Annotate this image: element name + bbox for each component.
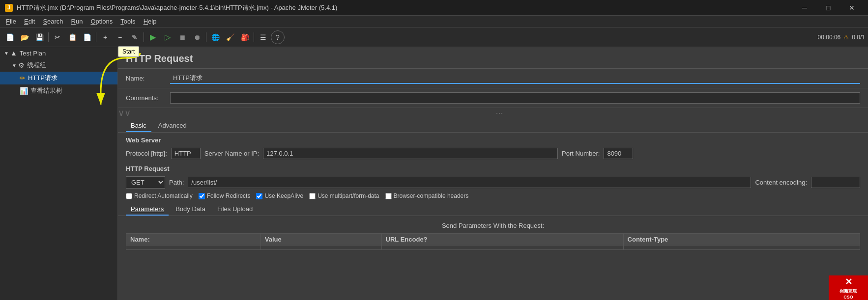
server-name-input[interactable] [263,148,558,159]
send-params-label: Send Parameters With the Request: [126,220,860,231]
collapse-icon: ∨∨ [118,108,131,118]
tab-basic[interactable]: Basic [126,120,151,132]
content-encoding-input[interactable] [811,177,860,188]
list-button[interactable]: ☰ [256,30,270,44]
menu-search[interactable]: Search [39,17,67,26]
watermark-icon: ✕ [845,276,852,287]
new-button[interactable]: 📄 [3,30,17,44]
thread-group-icon: ⚙ [18,61,25,69]
keepalive-label: Use KeepAlive [264,192,303,199]
http-request-title: HTTP Request [118,161,868,174]
menu-help[interactable]: Help [140,17,161,26]
paste-button[interactable]: 📄 [80,30,94,44]
browser-headers-checkbox[interactable] [385,193,392,199]
broom-button[interactable]: 🧹 [223,30,237,44]
name-label: Name: [126,75,170,82]
multipart-checkbox[interactable] [309,193,316,199]
watermark-line1: 创新互联 [839,288,857,295]
table-row [126,245,860,250]
sub-tab-parameters[interactable]: Parameters [126,203,169,216]
path-input[interactable] [188,177,751,188]
checkbox-keepalive[interactable]: Use KeepAlive [256,192,303,199]
keepalive-checkbox[interactable] [256,193,262,199]
start-no-pause-button[interactable]: ▷ [161,30,174,44]
warning-count: 0 0/1 [852,34,865,41]
name-row: Name: [118,69,868,88]
stop-button[interactable]: ⏹ [175,30,189,44]
web-server-title: Web Server [118,133,868,146]
col-value: Value [260,234,381,245]
sidebar-label-thread-group: 线程组 [27,61,46,70]
follow-redirects-label: Follow Redirects [207,192,251,199]
checkbox-redirect-auto[interactable]: Redirect Automatically [126,192,193,199]
checkbox-follow-redirects[interactable]: Follow Redirects [199,192,251,199]
server-label: Server Name or IP: [204,150,259,157]
minimize-button[interactable]: ─ [793,0,816,16]
open-button[interactable]: 📂 [18,30,31,44]
menu-file[interactable]: File [2,17,20,26]
follow-redirects-checkbox[interactable] [199,193,205,199]
window-title: HTTP请求.jmx (D:\Program Files\Programs\Ja… [17,3,793,12]
menu-run[interactable]: Run [67,17,87,26]
save-button[interactable]: 💾 [32,30,46,44]
edit-button[interactable]: ✎ [128,30,142,44]
port-label: Port Number: [562,150,600,157]
tab-advanced[interactable]: Advanced [153,120,192,132]
help-button[interactable]: ? [271,30,285,44]
circle-button[interactable]: ⏺ [190,30,204,44]
toolbar-separator-4 [206,32,206,42]
cell-value [260,245,381,250]
comments-label: Comments: [126,94,170,102]
redirect-auto-checkbox[interactable] [126,193,132,199]
title-bar: J HTTP请求.jmx (D:\Program Files\Programs\… [0,0,868,16]
template-button[interactable]: 🎒 [238,30,252,44]
protocol-input[interactable] [171,148,201,159]
method-select[interactable]: GET POST PUT DELETE PATCH [126,176,165,189]
multipart-label: Use multipart/form-data [318,192,379,199]
sub-tab-files-upload[interactable]: Files Upload [212,203,258,216]
sidebar-label-http-request: HTTP请求 [28,74,58,82]
warning-icon: ⚠ [843,34,849,41]
checkbox-multipart[interactable]: Use multipart/form-data [309,192,379,199]
content-area: HTTP Request Name: Comments: ∨∨ ··· Basi… [118,47,868,300]
menu-tools[interactable]: Tools [116,17,139,26]
comments-input[interactable] [170,92,860,104]
panel-header: HTTP Request [118,47,868,69]
redirect-auto-label: Redirect Automatically [134,192,193,199]
sub-tabs: Parameters Body Data Files Upload [118,201,868,216]
menu-edit[interactable]: Edit [20,17,39,26]
start-button[interactable]: ▶ [146,30,160,44]
panel-divider: ∨∨ ··· [118,108,868,118]
main-tabs: Basic Advanced [118,118,868,133]
sidebar-label-result-tree: 查看结果树 [30,86,62,95]
add-button[interactable]: + [98,30,112,44]
menu-bar: File Edit Search Run Options Tools Help [0,16,868,27]
copy-button[interactable]: 📋 [65,30,79,44]
parameters-section: Send Parameters With the Request: Name: … [118,216,868,254]
path-label: Path: [169,179,184,186]
sidebar-item-test-plan[interactable]: ▼ ▲ Test Plan [0,47,117,59]
start-tooltip: Start [118,46,139,57]
port-input[interactable] [604,148,633,159]
name-input[interactable] [170,73,860,84]
remove-button[interactable]: − [113,30,127,44]
maximize-button[interactable]: □ [817,0,839,16]
cut-button[interactable]: ✂ [51,30,64,44]
window-controls: ─ □ ✕ [793,0,863,16]
elapsed-time: 00:00:06 [818,34,841,41]
toolbar-status: 00:00:06 ⚠ 0 0/1 [818,34,865,41]
sidebar-item-result-tree[interactable]: 📊 查看结果树 [0,84,117,97]
sub-tab-body-data[interactable]: Body Data [171,203,210,216]
sidebar-item-thread-group[interactable]: ▼ ⚙ 线程组 [0,59,117,72]
result-tree-icon: 📊 [20,87,28,95]
remote-button[interactable]: 🌐 [208,30,222,44]
expand-icon: ▼ [4,51,9,56]
sidebar-item-http-request[interactable]: ✏ HTTP请求 [0,72,117,84]
menu-options[interactable]: Options [87,17,116,26]
toolbar-separator-1 [48,32,49,42]
close-button[interactable]: ✕ [840,0,863,16]
watermark: ✕ 创新互联 CSO [829,275,868,300]
toolbar-separator-5 [254,32,254,42]
checkbox-browser-headers[interactable]: Browser-compatible headers [385,192,469,199]
col-name: Name: [126,234,261,245]
